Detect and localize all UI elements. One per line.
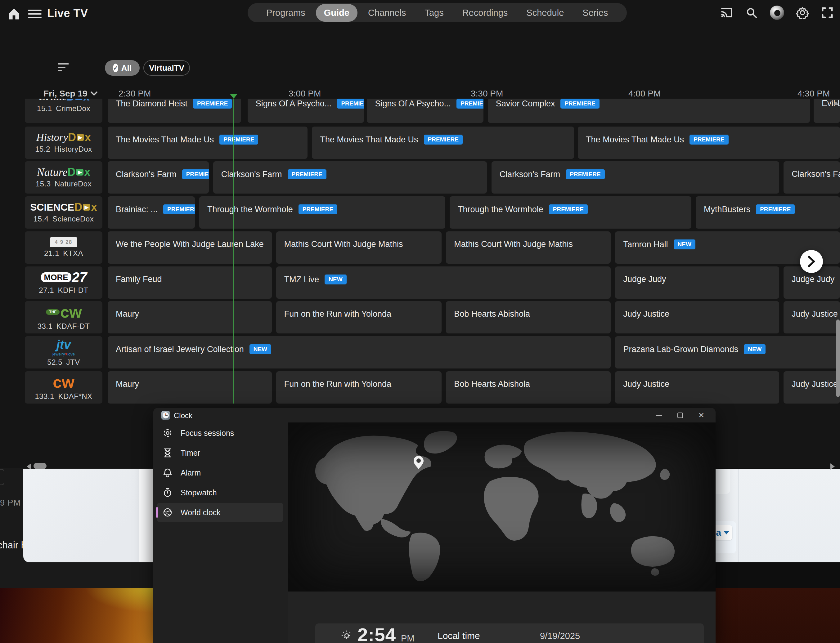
clock-titlebar[interactable]: Clock ✕ [153, 408, 716, 423]
program-cell[interactable]: Clarkson's Farm [783, 161, 840, 194]
program-title: Judy Justice [623, 379, 669, 389]
channel-number-callsign: 21.1 KTXA [44, 249, 83, 258]
clock-nav-world-clock[interactable]: World clock [157, 503, 283, 522]
settings-button[interactable] [796, 6, 809, 19]
program-cell[interactable]: Clarkson's FarmPREMIERE [108, 161, 209, 194]
close-icon: ✕ [698, 411, 704, 419]
date-selector[interactable]: Fri, Sep 19 [43, 89, 97, 99]
program-cell[interactable]: Judy Justice [783, 371, 840, 403]
local-time-card[interactable]: 2:54 PM Local time 9/19/2025 [315, 623, 704, 643]
filter-virtualtv[interactable]: VirtualTV [143, 60, 190, 76]
program-title: Judy Justice [792, 379, 838, 389]
maximize-button[interactable] [671, 408, 690, 423]
world-map[interactable] [288, 423, 716, 591]
program-title: Bob Hearts Abishola [454, 379, 530, 389]
channel-logo-part: cw [60, 304, 82, 320]
guide-row-sciencedox: ScienceD▶x15.4 ScienceDoxBrainiac: ...PR… [25, 196, 840, 228]
program-cell[interactable]: Fun on the Run with Yolonda [276, 301, 441, 333]
program-cell[interactable]: Signs Of A Psycho...PREMIERE [248, 99, 364, 123]
program-cell[interactable]: Brainiac: ...PREMIERE [108, 196, 195, 228]
tab-tags[interactable]: Tags [417, 4, 451, 22]
channel-cell-ktxa[interactable]: 4 9 2821.1 KTXA [25, 232, 102, 264]
scroll-right-arrow[interactable] [830, 463, 835, 470]
clock-nav-timer[interactable]: Timer [157, 443, 283, 462]
screen: Live TV ProgramsGuideChannelsTagsRecordi… [0, 0, 840, 643]
clock-nav-focus-sessions[interactable]: Focus sessions [157, 423, 283, 442]
tab-programs[interactable]: Programs [258, 4, 314, 22]
horizontal-scrollbar-thumb[interactable] [34, 463, 47, 469]
channel-cell-naturedox[interactable]: NatureD▶x15.3 NatureDox [25, 161, 102, 194]
channel-cell-kdaf-dt[interactable]: THEcw33.1 KDAF-DT [25, 301, 102, 333]
program-cell[interactable]: We the People With Judge Lauren Lake [108, 232, 272, 264]
scroll-left-arrow[interactable] [27, 463, 31, 470]
tab-recordings[interactable]: Recordings [454, 4, 516, 22]
now-marker-line [233, 99, 234, 403]
check-icon: ✓ [113, 64, 118, 72]
program-cell[interactable]: Judy Justice [783, 301, 840, 333]
filter-all-label: All [121, 63, 132, 73]
tab-series[interactable]: Series [574, 4, 616, 22]
program-cell[interactable]: Mathis Court With Judge Mathis [446, 232, 611, 264]
minimize-button[interactable] [650, 408, 668, 423]
program-cell[interactable]: MythBustersPREMIERE [696, 196, 840, 228]
channel-cell-kdaf*nx[interactable]: cw133.1 KDAF*NX [25, 371, 102, 403]
channel-cell-sciencedox[interactable]: ScienceD▶x15.4 ScienceDox [25, 196, 102, 228]
program-cell[interactable]: Savior ComplexPREMIERE [488, 99, 810, 123]
program-title: Prazana Lab-Grown Diamonds [623, 344, 738, 354]
channel-logo-part: Nature [37, 166, 68, 178]
program-cell[interactable]: Judge Judy [615, 266, 779, 299]
cast-button[interactable] [720, 6, 733, 19]
channel-cell-crimedox[interactable]: CrimeD▶x15.1 CrimeDox [25, 99, 102, 123]
program-cell[interactable]: Signs Of A Psycho...PREMIERE [367, 99, 483, 123]
program-cell[interactable]: Judy Justice [615, 301, 779, 333]
user-avatar[interactable] [770, 6, 784, 20]
program-title: Signs Of A Psycho... [375, 99, 451, 109]
program-cell[interactable]: Family Feud [108, 266, 272, 299]
sort-button[interactable] [58, 63, 70, 74]
program-cell[interactable]: Mathis Court With Judge Mathis [276, 232, 441, 264]
background-dropdown-chip[interactable]: ia [714, 525, 732, 540]
tab-guide[interactable]: Guide [316, 4, 358, 22]
program-cell[interactable]: The Movies That Made UsPREMIERE [312, 127, 574, 159]
clock-nav-alarm[interactable]: Alarm [157, 463, 283, 482]
program-area: The Movies That Made UsPREMIEREThe Movie… [108, 127, 840, 159]
program-cell[interactable]: Bob Hearts Abishola [446, 371, 611, 403]
program-title: Artisan of Israel Jewelry Collection [116, 344, 244, 354]
channel-cell-kdfi-dt[interactable]: MORE2727.1 KDFI-DT [25, 266, 102, 299]
program-cell[interactable]: Bob Hearts Abishola [446, 301, 611, 333]
program-cell[interactable]: Fun on the Run with Yolonda [276, 371, 441, 403]
program-cell[interactable]: The Diamond HeistPREMIERE [108, 99, 241, 123]
filter-all[interactable]: ✓ All [105, 60, 140, 76]
program-cell[interactable]: The Movies That Made UsPREMIERE [578, 127, 840, 159]
channel-cell-historydox[interactable]: HistoryD▶x15.2 HistoryDox [25, 127, 102, 159]
channel-logo-part: MORE [41, 273, 71, 282]
vertical-scrollbar-thumb[interactable] [836, 320, 840, 397]
program-title: Fun on the Run with Yolonda [284, 309, 391, 319]
menu-button[interactable] [28, 7, 42, 20]
program-cell[interactable]: Maury [108, 301, 272, 333]
program-title: MythBusters [704, 205, 750, 214]
guide-next-page-button[interactable] [800, 250, 823, 273]
program-cell[interactable]: Clarkson's FarmPREMIERE [213, 161, 487, 194]
program-cell[interactable]: Through the WormholePREMIERE [199, 196, 445, 228]
close-button[interactable]: ✕ [692, 408, 711, 423]
program-cell[interactable]: The Movies That Made UsPREMIERE [108, 127, 307, 159]
program-cell[interactable]: Maury [108, 371, 272, 403]
tab-channels[interactable]: Channels [360, 4, 414, 22]
search-button[interactable] [745, 6, 758, 19]
program-area: Family FeudTMZ LiveNEWJudge JudyJudge Ju… [108, 266, 840, 299]
program-cell[interactable]: Through the WormholePREMIERE [449, 196, 691, 228]
program-cell[interactable]: Clarkson's FarmPREMIERE [492, 161, 779, 194]
clock-nav-stopwatch[interactable]: Stopwatch [157, 483, 283, 502]
scroll-up-arrow[interactable] [833, 101, 839, 105]
program-cell[interactable]: Artisan of Israel Jewelry CollectionNEW [108, 336, 611, 369]
tab-schedule[interactable]: Schedule [518, 4, 572, 22]
fullscreen-button[interactable] [821, 6, 834, 19]
program-cell[interactable]: Prazana Lab-Grown DiamondsNEW [615, 336, 840, 369]
channel-cell-jtv[interactable]: jtvjewelry♥love52.5 JTV [25, 336, 102, 369]
home-button[interactable] [7, 7, 21, 21]
clock-nav-label: Focus sessions [181, 429, 234, 438]
program-cell[interactable]: Judy Justice [615, 371, 779, 403]
program-cell[interactable]: TMZ LiveNEW [276, 266, 611, 299]
gear-icon [796, 7, 809, 19]
